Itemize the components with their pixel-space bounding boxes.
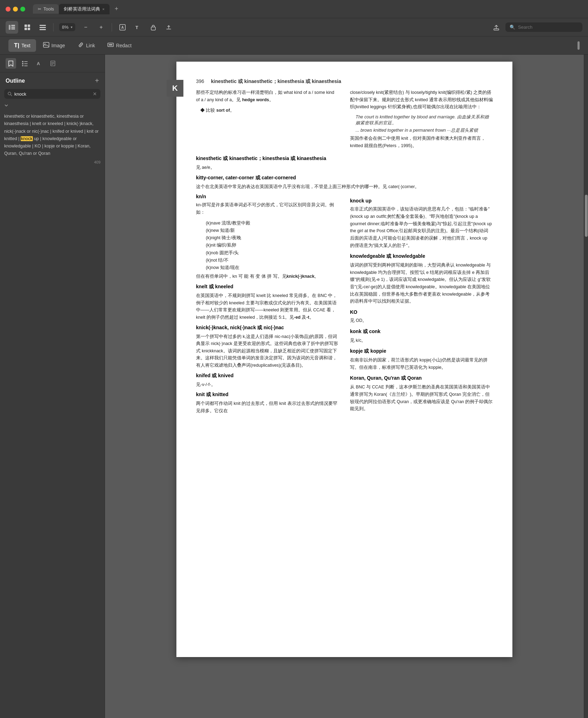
koran-title: Koran, Quran, Qu'ran 或 Qoran [350, 375, 493, 381]
section3-body: 这个在北美英语中常见的表达在英国英语中几乎没有出现，不管是上面三种形式中的哪一种… [196, 183, 493, 191]
tab-dictionary-label: 剑桥英语用法词典 [64, 6, 100, 12]
zoom-out-button[interactable]: − [79, 21, 92, 34]
section1-title: kinesthetic 或 kinaesthetic；kinesthesia 或… [211, 78, 341, 84]
fullscreen-window-button[interactable] [20, 7, 25, 12]
sidebar-header: Outline + [0, 73, 105, 88]
section-letter-marker: K [167, 80, 183, 97]
zoom-in-button[interactable]: + [95, 21, 107, 34]
kn-list: (k)nave 流氓/教堂中殿 (k)new 知道/新 (k)night 骑士/… [196, 220, 339, 272]
main-toolbar: 8% ▾ − + A T 🔍 [0, 18, 588, 36]
title-bar: ✂ Tools 剑桥英语用法词典 × + [0, 0, 588, 18]
sidebar-tab-bookmark[interactable] [6, 58, 16, 69]
section1-col1-p1: 那些不定结构的标准习语一样清楚明白，如 what kind of a / som… [196, 89, 339, 103]
highlight-knock: knock [21, 136, 33, 141]
svg-rect-7 [28, 28, 30, 30]
knowledgeable-body: 该词的拼写受到两种拼写规则的影响，大型词典承认 knowledgeable 与 … [350, 262, 493, 305]
minimize-window-button[interactable] [13, 7, 18, 12]
grid-view-button[interactable] [21, 21, 34, 34]
outline-search-input[interactable] [14, 91, 91, 97]
tab-add-button[interactable]: + [112, 4, 121, 14]
image-tool[interactable]: Image [37, 39, 71, 52]
list-view-button[interactable] [36, 21, 49, 34]
link-tool[interactable]: Link [72, 39, 101, 52]
section2-title: kinesthetic 或 kinaesthetic；kinesthesia 或… [196, 156, 493, 162]
section1-italic1: The court is knitted together by blood a… [350, 114, 493, 126]
share-button[interactable] [490, 21, 503, 34]
svg-text:T: T [135, 25, 138, 30]
outline-expand-button[interactable] [0, 102, 105, 110]
kn-item-2: (k)new 知道/新 [206, 227, 339, 234]
link-tool-label: Link [86, 43, 95, 48]
svg-point-31 [8, 92, 11, 95]
outline-text: kinesthetic or kinaesthetic, kinesthesia… [4, 113, 100, 165]
knockup-body: 在非正式的英国英语中，该短语动词的意思有几个，包括："临时准备"(knock u… [350, 206, 493, 249]
kn-item-4: (k)nit 编织/虱卵 [206, 242, 339, 249]
svg-rect-21 [24, 61, 28, 62]
main-col-right: knock up 在非正式的英国英语中，该短语动词的意思有几个，包括："临时准备… [350, 194, 493, 418]
section1-col-right: close/closely knit(紧密结合) 与 loosely/tight… [350, 89, 493, 153]
document-page: K 396 kinesthetic 或 kinaesthetic；kinesth… [176, 62, 512, 657]
section7-title: knifed 或 knived [196, 373, 339, 379]
sidebar-toggle-button[interactable] [6, 21, 18, 34]
toolbar-end-handle [578, 41, 580, 50]
kn-item-5: (k)nob 圆把手/头 [206, 249, 339, 257]
svg-rect-6 [24, 28, 27, 30]
section7-body: 见-v-/-f-。 [196, 381, 339, 388]
text-tool-label: Text [21, 43, 30, 48]
close-window-button[interactable] [6, 7, 10, 12]
tab-dictionary[interactable]: 剑桥英语用法词典 × [59, 4, 109, 14]
main-layout: A Outline + ✕ kinesthetic or kinaestheti… [0, 55, 588, 718]
svg-rect-4 [24, 25, 27, 27]
ko-body: 见 OD。 [350, 317, 493, 324]
content-area[interactable]: K 396 kinesthetic 或 kinaesthetic；kinesth… [105, 55, 584, 718]
section1-col1-p2: ◆ 比较 sort of。 [200, 107, 339, 114]
upload-button[interactable] [162, 21, 175, 34]
sidebar-add-button[interactable]: + [95, 77, 99, 85]
svg-rect-24 [22, 65, 23, 66]
tools-icon: ✂ [38, 7, 41, 12]
outline-search-clear[interactable]: ✕ [93, 91, 97, 97]
kopje-title: kopje 或 koppie [350, 348, 493, 354]
svg-rect-14 [151, 27, 155, 30]
fit-page-button[interactable]: A [116, 21, 129, 34]
svg-rect-20 [22, 61, 23, 62]
zoom-control: 8% ▾ [59, 23, 75, 31]
konk-title: konk 或 conk [350, 329, 493, 335]
sidebar-tab-row: A [0, 55, 105, 73]
section4-p1: kn-拼写是许多英语单词必不可少的形式，它可以区别同音异义词。例如： [196, 201, 339, 216]
svg-rect-3 [11, 28, 15, 29]
main-two-col: kn/n kn-拼写是许多英语单词必不可少的形式，它可以区别同音异义词。例如： … [196, 194, 493, 418]
kn-item-6: (k)not 结/不 [206, 257, 339, 264]
redact-tool[interactable]: Redact [102, 39, 137, 52]
svg-rect-25 [24, 65, 28, 66]
zoom-dropdown-icon[interactable]: ▾ [71, 25, 72, 29]
sidebar-tab-page[interactable] [48, 58, 58, 69]
tab-close-button[interactable]: × [102, 7, 104, 11]
section1-columns: 那些不定结构的标准习语一样清楚明白，如 what kind of a / som… [196, 89, 493, 153]
section8-title: knit 或 knitted [196, 392, 339, 398]
section6-body: 第一个拼写中有过多的 k,这是人们选择 nic-nac(小装饰品)的原因，但词典… [196, 333, 339, 369]
section5-title: knelt 或 kneeled [196, 284, 339, 290]
right-scroll-panel[interactable] [584, 55, 588, 718]
text-size-button[interactable]: T [132, 21, 144, 34]
search-icon: 🔍 [510, 25, 515, 30]
svg-rect-9 [40, 27, 46, 28]
tab-group: ✂ Tools 剑桥英语用法词典 × + [33, 4, 121, 14]
section5-body: 在英国英语中，不规则则拼写 knelt 比 kneeled 常见得多。在 BNC… [196, 292, 339, 321]
image-tool-label: Image [51, 43, 65, 48]
lock-button[interactable] [147, 21, 160, 34]
svg-rect-23 [24, 63, 28, 64]
svg-rect-10 [40, 29, 46, 30]
traffic-lights [6, 7, 25, 12]
svg-line-32 [10, 95, 12, 96]
tab-tools[interactable]: ✂ Tools [33, 4, 59, 14]
section6-title: knick(-)knack, nick(-)nack 或 nic(-)nac [196, 325, 339, 331]
sidebar-tab-list[interactable] [20, 58, 30, 69]
svg-rect-22 [22, 63, 23, 64]
kn-item-3: (k)night 骑士/夜晚 [206, 234, 339, 242]
text-tool[interactable]: T| Text [8, 39, 36, 52]
sidebar-tab-text[interactable]: A [34, 58, 44, 69]
section4-title: kn/n [196, 194, 339, 199]
section8-body: 两个词都可作动词 knit 的过去形式，但用 knit 表示过去形式的情况要罕见… [196, 400, 339, 414]
search-input[interactable] [518, 25, 574, 30]
